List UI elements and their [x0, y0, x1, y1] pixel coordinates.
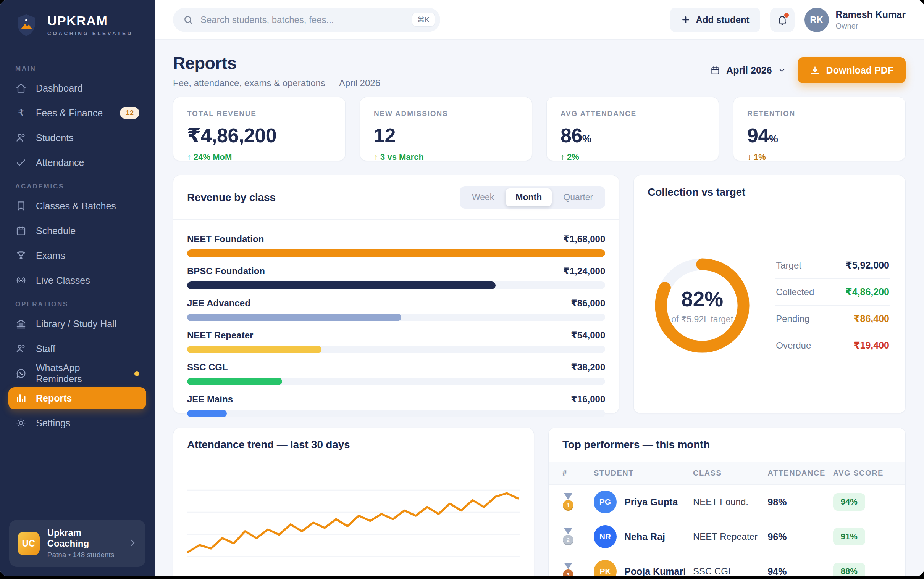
row-label: Pending — [776, 314, 809, 324]
broadcast-icon — [15, 275, 27, 286]
user-role: Owner — [836, 22, 906, 31]
score-badge: 88% — [833, 563, 865, 576]
breakdown-row-collected: Collected ₹4,86,200 — [775, 279, 890, 306]
row-label: Target — [776, 260, 801, 271]
sidebar-item-reports[interactable]: Reports — [8, 387, 146, 409]
kpi-row: TOTAL REVENUE ₹4,86,200 ↑ 24% MoM NEW AD… — [173, 97, 906, 161]
sidebar-item-label: Classes & Batches — [36, 201, 116, 212]
student-name: Pooja Kumari — [624, 566, 686, 576]
score-cell: 91% — [833, 528, 891, 545]
revenue-row: SSC CGL₹38,200 — [187, 362, 605, 385]
bar-fill — [187, 281, 496, 289]
row-value: ₹5,92,000 — [845, 260, 889, 271]
user-menu[interactable]: RK Ramesh Kumar Owner — [804, 8, 906, 32]
sidebar-item-classes-batches[interactable]: Classes & Batches — [8, 195, 146, 217]
student-cell: PK Pooja Kumari — [594, 560, 689, 576]
sidebar-item-attendance[interactable]: Attendance — [8, 151, 146, 173]
topbar: ⌘K Add student RK Ramesh Kumar Owner — [154, 0, 924, 40]
sidebar-item-staff[interactable]: Staff — [8, 338, 146, 360]
chevron-down-icon — [778, 66, 786, 74]
performer-row[interactable]: 3 PK Pooja Kumari SSC CGL 94% 88% — [549, 554, 905, 576]
sidebar-item-label: Exams — [36, 250, 65, 261]
sidebar-item-students[interactable]: Students — [8, 127, 146, 149]
sidebar-item-schedule[interactable]: Schedule — [8, 220, 146, 242]
class-label: SSC CGL — [187, 362, 228, 373]
sidebar-item-exams[interactable]: Exams — [8, 244, 146, 267]
search-input[interactable] — [200, 15, 405, 25]
kpi-delta: ↑ 3 vs March — [374, 152, 518, 162]
bar-track — [187, 410, 605, 417]
bar-track — [187, 249, 605, 257]
tab-quarter[interactable]: Quarter — [553, 188, 603, 206]
org-name: Upkram Coaching — [48, 528, 120, 549]
tab-week[interactable]: Week — [462, 188, 504, 206]
attendance-card-header: Attendance trend — last 30 days — [173, 428, 534, 462]
sidebar-item-whatsapp-reminders[interactable]: WhatsApp Reminders — [8, 362, 146, 384]
sidebar: UPKRAM COACHING ELEVATED MAIN Dashboard … — [0, 0, 154, 576]
user-info: Ramesh Kumar Owner — [836, 9, 906, 31]
plus-icon — [681, 15, 691, 25]
bank-icon — [15, 318, 27, 330]
sidebar-item-label: Live Classes — [36, 275, 90, 286]
add-student-button[interactable]: Add student — [670, 8, 760, 32]
sidebar-item-library[interactable]: Library / Study Hall — [8, 313, 146, 335]
global-search[interactable]: ⌘K — [173, 8, 440, 32]
student-class: NEET Found. — [693, 497, 764, 507]
kpi-new-admissions: NEW ADMISSIONS 12 ↑ 3 vs March — [359, 97, 532, 161]
brand-title: UPKRAM — [48, 14, 133, 28]
student-class: SSC CGL — [693, 566, 764, 576]
download-pdf-button[interactable]: Download PDF — [798, 57, 906, 83]
whatsapp-notification-dot — [135, 371, 140, 376]
student-avatar: NR — [594, 525, 617, 548]
row-value: ₹86,400 — [853, 313, 889, 324]
breakdown-row-overdue: Overdue ₹19,400 — [775, 332, 890, 359]
org-meta: Patna • 148 students — [48, 551, 120, 559]
score-cell: 94% — [833, 493, 891, 511]
bottom-row: Attendance trend — last 30 days 1 Apr — [173, 428, 906, 576]
tab-month[interactable]: Month — [505, 188, 552, 206]
revenue-card-header: Revenue by class Week Month Quarter — [173, 175, 619, 220]
attendance-line — [188, 493, 518, 552]
sidebar-item-label: Schedule — [36, 226, 75, 237]
class-amount: ₹16,000 — [571, 394, 605, 405]
student-cell: PG Priya Gupta — [594, 491, 689, 514]
col-student: STUDENT — [594, 469, 689, 478]
nav-section-academics: ACADEMICS — [15, 183, 140, 190]
student-attendance: 94% — [768, 566, 829, 576]
download-icon — [810, 65, 820, 75]
attendance-trend-card: Attendance trend — last 30 days 1 Apr — [173, 428, 534, 576]
bar-track — [187, 281, 605, 289]
bookmark-icon — [15, 200, 27, 212]
class-amount: ₹38,200 — [571, 362, 605, 373]
revenue-card-title: Revenue by class — [187, 191, 276, 204]
student-avatar: PG — [594, 491, 617, 514]
col-class: CLASS — [693, 469, 764, 478]
fees-badge: 12 — [120, 107, 140, 119]
attendance-chart: 1 Apr 30 Apr — [173, 462, 534, 576]
bar-track — [187, 345, 605, 353]
calendar-icon — [15, 225, 27, 237]
sidebar-item-fees-finance[interactable]: ₹ Fees & Finance 12 — [8, 102, 146, 124]
kpi-label: TOTAL REVENUE — [187, 110, 332, 118]
performer-row[interactable]: 2 NR Neha Raj NEET Repeater 96% 91% — [549, 520, 905, 554]
notifications-button[interactable] — [770, 8, 794, 32]
user-name: Ramesh Kumar — [836, 9, 906, 20]
kpi-value: ₹4,86,200 — [187, 124, 332, 147]
collection-card-title: Collection vs target — [648, 186, 745, 198]
sidebar-item-label: Settings — [36, 418, 70, 429]
performer-row[interactable]: 1 PG Priya Gupta NEET Found. 98% 94% — [549, 485, 905, 520]
brand-text: UPKRAM COACHING ELEVATED — [48, 14, 133, 36]
class-label: NEET Repeater — [187, 330, 253, 340]
search-shortcut: ⌘K — [412, 13, 435, 27]
class-amount: ₹1,68,000 — [563, 234, 605, 244]
score-badge: 94% — [833, 493, 865, 511]
org-avatar: UC — [18, 532, 40, 555]
nav-section-main: MAIN — [15, 65, 140, 72]
check-icon — [15, 157, 27, 168]
sidebar-item-settings[interactable]: Settings — [8, 412, 146, 434]
sidebar-item-dashboard[interactable]: Dashboard — [8, 77, 146, 99]
period-selector[interactable]: April 2026 — [710, 65, 786, 76]
sidebar-item-live-classes[interactable]: Live Classes — [8, 269, 146, 291]
top-performers-card: Top performers — this month # STUDENT CL… — [548, 428, 906, 576]
org-switcher[interactable]: UC Upkram Coaching Patna • 148 students — [9, 520, 146, 567]
